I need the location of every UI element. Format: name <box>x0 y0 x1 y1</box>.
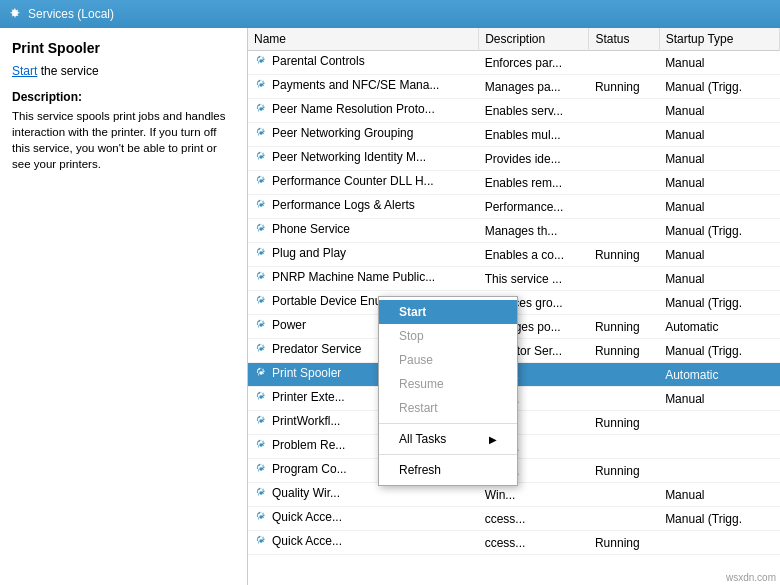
service-name-text: Quick Acce... <box>272 510 342 524</box>
service-desc-cell: Enables rem... <box>479 171 589 195</box>
context-menu-item[interactable]: Refresh <box>379 458 517 482</box>
service-name-text: Plug and Play <box>272 246 346 260</box>
service-gear-icon <box>254 462 268 476</box>
service-startup-cell: Manual <box>659 123 779 147</box>
service-gear-icon <box>254 78 268 92</box>
start-service-line: Start the service <box>12 64 235 78</box>
service-name-cell: Performance Logs & Alerts <box>248 195 479 219</box>
context-menu-item: Restart <box>379 396 517 420</box>
service-icon-wrap: Power <box>254 318 306 332</box>
service-name-text: Peer Name Resolution Proto... <box>272 102 435 116</box>
title-bar: Services (Local) <box>0 0 780 28</box>
context-menu: StartStopPauseResumeRestartAll Tasks▶Ref… <box>378 296 518 486</box>
col-header-description[interactable]: Description <box>479 28 589 51</box>
service-icon-wrap: Predator Service <box>254 342 361 356</box>
service-status-cell: Running <box>589 75 659 99</box>
service-icon-wrap: Problem Re... <box>254 438 345 452</box>
service-status-cell <box>589 507 659 531</box>
service-gear-icon <box>254 270 268 284</box>
service-icon-wrap: Quick Acce... <box>254 534 342 548</box>
table-row[interactable]: Parental Controls Enforces par...Manual <box>248 51 780 75</box>
content-area: Print Spooler Start the service Descript… <box>0 28 780 585</box>
table-row[interactable]: Payments and NFC/SE Mana... Manages pa..… <box>248 75 780 99</box>
col-header-status[interactable]: Status <box>589 28 659 51</box>
service-desc-cell: Win... <box>479 483 589 507</box>
table-row[interactable]: Peer Networking Identity M... Provides i… <box>248 147 780 171</box>
service-desc-cell: ccess... <box>479 531 589 555</box>
service-icon-wrap: Quick Acce... <box>254 510 342 524</box>
services-window: Services (Local) Print Spooler Start the… <box>0 0 780 585</box>
service-status-cell: Running <box>589 339 659 363</box>
service-gear-icon <box>254 510 268 524</box>
service-desc-cell: Provides ide... <box>479 147 589 171</box>
service-status-cell <box>589 267 659 291</box>
service-status-cell <box>589 51 659 75</box>
start-link[interactable]: Start <box>12 64 37 78</box>
context-menu-item[interactable]: Start <box>379 300 517 324</box>
context-menu-item-label: Stop <box>399 329 424 343</box>
table-row[interactable]: Phone Service Manages th...Manual (Trigg… <box>248 219 780 243</box>
service-name-text: Quick Acce... <box>272 534 342 548</box>
service-startup-cell <box>659 459 779 483</box>
service-startup-cell: Manual <box>659 483 779 507</box>
col-header-startup[interactable]: Startup Type <box>659 28 779 51</box>
service-status-cell <box>589 219 659 243</box>
service-name-text: Printer Exte... <box>272 390 345 404</box>
table-row[interactable]: Quality Wir... Win...Manual <box>248 483 780 507</box>
service-status-cell: Running <box>589 531 659 555</box>
selected-service-name: Print Spooler <box>12 40 235 56</box>
service-gear-icon <box>254 318 268 332</box>
service-name-text: Predator Service <box>272 342 361 356</box>
service-name-text: Peer Networking Grouping <box>272 126 413 140</box>
service-name-cell: Parental Controls <box>248 51 479 75</box>
context-menu-item-label: Resume <box>399 377 444 391</box>
table-row[interactable]: Performance Counter DLL H... Enables rem… <box>248 171 780 195</box>
table-row[interactable]: Peer Name Resolution Proto... Enables se… <box>248 99 780 123</box>
service-icon-wrap: Phone Service <box>254 222 350 236</box>
service-status-cell <box>589 195 659 219</box>
context-menu-item-label: All Tasks <box>399 432 446 446</box>
service-desc-cell: Enables a co... <box>479 243 589 267</box>
left-panel: Print Spooler Start the service Descript… <box>0 28 248 585</box>
context-menu-item[interactable]: All Tasks▶ <box>379 427 517 451</box>
service-desc-cell: Performance... <box>479 195 589 219</box>
context-menu-item-label: Restart <box>399 401 438 415</box>
table-row[interactable]: Quick Acce... ccess...Manual (Trigg. <box>248 507 780 531</box>
service-startup-cell <box>659 411 779 435</box>
context-menu-item-label: Refresh <box>399 463 441 477</box>
service-startup-cell: Manual <box>659 171 779 195</box>
service-gear-icon <box>254 102 268 116</box>
service-status-cell <box>589 147 659 171</box>
app-icon <box>8 7 22 21</box>
service-startup-cell: Manual (Trigg. <box>659 339 779 363</box>
service-icon-wrap: Print Spooler <box>254 366 341 380</box>
table-row[interactable]: Peer Networking Grouping Enables mul...M… <box>248 123 780 147</box>
service-name-cell: Quality Wir... <box>248 483 479 507</box>
col-header-name[interactable]: Name <box>248 28 479 51</box>
service-gear-icon <box>254 246 268 260</box>
service-startup-cell: Manual <box>659 243 779 267</box>
table-row[interactable]: PNRP Machine Name Public... This service… <box>248 267 780 291</box>
service-gear-icon <box>254 54 268 68</box>
service-startup-cell: Automatic <box>659 315 779 339</box>
service-name-text: Peer Networking Identity M... <box>272 150 426 164</box>
service-status-cell <box>589 387 659 411</box>
service-startup-cell: Manual (Trigg. <box>659 75 779 99</box>
service-name-text: Problem Re... <box>272 438 345 452</box>
table-row[interactable]: Plug and Play Enables a co...RunningManu… <box>248 243 780 267</box>
service-status-cell <box>589 363 659 387</box>
service-status-cell <box>589 483 659 507</box>
service-startup-cell: Manual <box>659 267 779 291</box>
table-row[interactable]: Quick Acce... ccess...Running <box>248 531 780 555</box>
service-startup-cell: Manual <box>659 99 779 123</box>
service-gear-icon <box>254 342 268 356</box>
right-panel: Name Description Status Startup Type Par… <box>248 28 780 585</box>
table-row[interactable]: Performance Logs & Alerts Performance...… <box>248 195 780 219</box>
service-icon-wrap: Payments and NFC/SE Mana... <box>254 78 439 92</box>
service-startup-cell: Manual <box>659 387 779 411</box>
service-name-cell: Quick Acce... <box>248 531 479 555</box>
service-gear-icon <box>254 174 268 188</box>
service-startup-cell: Automatic <box>659 363 779 387</box>
service-desc-cell: Enables mul... <box>479 123 589 147</box>
service-startup-cell <box>659 531 779 555</box>
